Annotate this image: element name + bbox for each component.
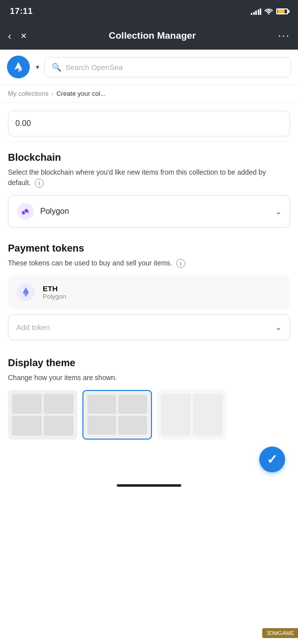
- close-button[interactable]: ✕: [20, 31, 27, 41]
- nav-bar: ‹ ✕ Collection Manager ···: [0, 22, 298, 50]
- search-area: ▾ 🔍 Search OpenSea: [0, 50, 298, 85]
- search-box[interactable]: 🔍 Search OpenSea: [44, 57, 291, 77]
- blockchain-dropdown[interactable]: Polygon ⌄: [8, 195, 290, 228]
- display-theme-title: Display theme: [8, 357, 290, 369]
- payment-tokens-desc: These tokens can be used to buy and sell…: [8, 258, 290, 268]
- payment-tokens-title: Payment tokens: [8, 243, 290, 254]
- eth-token-card: ETH Polygon: [8, 275, 290, 309]
- status-icons: [251, 7, 288, 16]
- royalty-value-field[interactable]: 0.00: [8, 111, 290, 136]
- blockchain-section-title: Blockchain: [8, 152, 290, 163]
- theme-card-1[interactable]: [8, 390, 77, 440]
- home-indicator: [117, 484, 181, 487]
- blockchain-section-desc: Select the blockchain where you'd like n…: [8, 167, 290, 188]
- fab-area: ✓: [8, 445, 290, 474]
- checkmark-icon: ✓: [267, 452, 278, 467]
- eth-icon: [16, 282, 36, 302]
- blockchain-section: Blockchain Select the blockchain where y…: [8, 142, 290, 233]
- confirm-fab-button[interactable]: ✓: [259, 447, 285, 472]
- main-content: 0.00 Blockchain Select the blockchain wh…: [0, 103, 298, 479]
- status-time: 17:11: [10, 6, 33, 16]
- eth-token-name: ETH: [43, 284, 66, 293]
- display-theme-section: Display theme Change how your items are …: [8, 347, 290, 479]
- breadcrumb: My collections › Create your col...: [0, 85, 298, 103]
- breadcrumb-chevron-icon: ›: [52, 90, 54, 97]
- nav-left: ‹ ✕: [8, 30, 27, 42]
- page-title: Collection Manager: [109, 30, 196, 41]
- opensea-logo-icon: [11, 60, 25, 74]
- status-bar: 17:11: [0, 0, 298, 22]
- display-theme-desc: Change how your items are shown.: [8, 373, 290, 383]
- theme-card-2-selected[interactable]: [82, 390, 152, 440]
- logo-chevron-icon[interactable]: ▾: [36, 63, 39, 71]
- search-icon: 🔍: [52, 63, 62, 72]
- payment-tokens-info-icon[interactable]: i: [176, 259, 185, 268]
- eth-token-info: ETH Polygon: [43, 284, 66, 300]
- nav-center: Collection Manager: [27, 30, 278, 41]
- wifi-icon: [264, 7, 273, 16]
- battery-icon: [276, 8, 288, 14]
- add-token-chevron-icon: ⌄: [275, 322, 282, 332]
- search-input[interactable]: Search OpenSea: [66, 63, 123, 71]
- add-token-dropdown[interactable]: Add token ⌄: [8, 314, 290, 340]
- opensea-logo[interactable]: [7, 56, 30, 78]
- value-field-wrapper: 0.00: [8, 103, 290, 142]
- breadcrumb-create-collection: Create your col...: [57, 90, 106, 97]
- polygon-icon: [16, 202, 34, 220]
- blockchain-chevron-down-icon: ⌄: [275, 207, 282, 216]
- home-bar: [0, 479, 298, 494]
- blockchain-dropdown-left: Polygon: [16, 202, 69, 220]
- breadcrumb-my-collections[interactable]: My collections: [8, 90, 49, 97]
- payment-tokens-section: Payment tokens These tokens can be used …: [8, 233, 290, 347]
- add-token-label: Add token: [16, 323, 50, 331]
- blockchain-selected-label: Polygon: [40, 207, 69, 216]
- signal-bars-icon: [251, 8, 261, 15]
- theme-preview-area: [8, 390, 290, 445]
- blockchain-info-icon[interactable]: i: [35, 179, 44, 188]
- back-button[interactable]: ‹: [8, 30, 11, 42]
- eth-token-chain: Polygon: [43, 293, 66, 300]
- theme-card-3[interactable]: [157, 390, 226, 440]
- more-options-button[interactable]: ···: [278, 29, 290, 42]
- watermark: 3DMGAME: [262, 628, 298, 638]
